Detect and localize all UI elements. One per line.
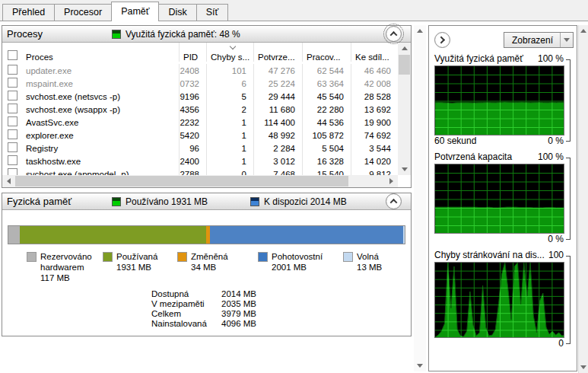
- process-faults: 5: [206, 90, 253, 103]
- processes-collapse-button[interactable]: [386, 26, 402, 42]
- process-checkbox[interactable]: [8, 168, 17, 175]
- memory-composition-bar: [8, 225, 405, 244]
- scroll-up-button[interactable]: [579, 25, 588, 37]
- select-all-checkbox[interactable]: [8, 50, 17, 60]
- process-checkbox[interactable]: [8, 142, 17, 152]
- charts-toolbar: Zobrazení: [434, 30, 574, 49]
- process-name: mspaint.exe: [22, 79, 179, 88]
- vertical-scroll-thumb[interactable]: [399, 55, 410, 75]
- process-pid: 96: [179, 142, 206, 155]
- views-button-label: Zobrazení: [504, 33, 560, 47]
- process-row[interactable]: updater.exe 12408 101 47 276 62 544 46 4…: [2, 64, 411, 77]
- process-faults: 0: [206, 167, 253, 175]
- process-commit: 3 012: [253, 155, 302, 167]
- process-row[interactable]: svchost.exe (wsappx -p) 4356 2 11 680 22…: [2, 103, 411, 116]
- process-shareable: 9 812: [351, 167, 398, 175]
- process-name: updater.exe: [22, 66, 179, 75]
- process-pid: 12400: [179, 155, 206, 167]
- column-header-shareable[interactable]: Ke sdíl...: [351, 43, 398, 62]
- tab-procesor[interactable]: Procesor: [54, 4, 112, 21]
- process-name: explorer.exe: [22, 131, 179, 140]
- process-shareable: 13 692: [351, 103, 398, 116]
- process-commit: 29 444: [253, 90, 302, 103]
- tab-pamet[interactable]: Paměť: [111, 2, 159, 21]
- process-row[interactable]: AvastSvc.exe 2232 1 114 400 44 536 19 90…: [2, 116, 411, 129]
- stat-value: 2035 MB: [221, 299, 256, 309]
- legend-item-in-use: Používaná 1931 MB: [103, 251, 171, 283]
- processes-panel-header: Procesy Využitá fyzická paměť: 48 %: [2, 26, 411, 43]
- tab-disk[interactable]: Disk: [158, 4, 196, 21]
- legend-label: Rezervováno hardwarem: [40, 252, 92, 272]
- legend-item-reserved: Rezervováno hardwarem 117 MB: [27, 251, 97, 283]
- process-faults: 1: [206, 142, 253, 155]
- bar-segment-standby: [210, 226, 403, 244]
- process-row[interactable]: explorer.exe 5420 1 48 992 105 872 74 69…: [2, 129, 411, 142]
- scale-bracket: [566, 158, 571, 240]
- views-dropdown-arrow[interactable]: [560, 33, 573, 47]
- memory-collapse-button[interactable]: [386, 193, 402, 209]
- process-checkbox[interactable]: [8, 65, 17, 75]
- memory-available-text: K dispozici 2014 MB: [264, 196, 347, 207]
- process-name: svchost.exe (wsappx -p): [22, 105, 179, 114]
- process-checkbox[interactable]: [8, 155, 17, 165]
- process-commit: 11 680: [253, 103, 302, 116]
- chart-min-label: 0: [558, 338, 564, 350]
- process-checkbox[interactable]: [8, 91, 17, 100]
- scale-bracket: [566, 256, 571, 344]
- tab-sit[interactable]: Síť: [196, 4, 229, 21]
- column-header-pid[interactable]: PID: [179, 43, 206, 62]
- scroll-down-button[interactable]: [398, 164, 411, 175]
- scroll-up-button[interactable]: [398, 43, 411, 54]
- process-table-horizontal-scrollbar[interactable]: [2, 175, 398, 187]
- process-row[interactable]: mspaint.exe 10732 6 25 224 63 364 42 008: [2, 77, 411, 90]
- views-button[interactable]: Zobrazení: [504, 32, 574, 48]
- horizontal-scroll-thumb[interactable]: [15, 176, 348, 186]
- process-checkbox[interactable]: [8, 116, 17, 126]
- memory-usage-status: Využitá fyzická paměť: 48 %: [112, 29, 240, 40]
- process-checkbox[interactable]: [8, 129, 17, 139]
- legend-item-standby: Pohotovostní 2001 MB: [258, 251, 337, 283]
- left-pane-scrollbar[interactable]: [414, 25, 426, 371]
- process-checkbox[interactable]: [8, 78, 17, 88]
- scroll-up-button[interactable]: [414, 25, 426, 37]
- process-working: 62 544: [302, 64, 351, 77]
- process-row[interactable]: taskhostw.exe 12400 1 3 012 16 328 14 02…: [2, 155, 411, 167]
- process-row[interactable]: svchost.exe (netsvcs -p) 9196 5 29 444 4…: [2, 90, 411, 103]
- process-row-clipped[interactable]: svchost.exe (appmodel -p) 2788 0 7 468 1…: [2, 167, 411, 175]
- process-shareable: 46 460: [351, 64, 398, 77]
- legend-value: 117 MB: [40, 273, 70, 282]
- process-pid: 4356: [179, 103, 206, 116]
- column-header-working[interactable]: Pracov...: [302, 43, 351, 62]
- scroll-down-button[interactable]: [414, 360, 426, 371]
- process-shareable: 42 008: [351, 77, 398, 90]
- scroll-down-button[interactable]: [579, 362, 588, 373]
- arrow-left-icon: [7, 178, 11, 184]
- process-checkbox[interactable]: [8, 104, 17, 113]
- resource-monitor-window: Přehled Procesor Paměť Disk Síť Procesy …: [0, 0, 588, 373]
- window-scrollbar[interactable]: [578, 25, 588, 373]
- legend-item-free: Volná 13 MB: [343, 251, 402, 283]
- process-pid: 2788: [179, 167, 206, 175]
- collapse-charts-button[interactable]: [434, 32, 450, 48]
- legend-label: Používaná: [116, 252, 157, 261]
- scroll-right-button[interactable]: [385, 176, 398, 187]
- chart-memory-usage: Využitá fyzická paměť 100 % 60 sekund 0 …: [434, 53, 574, 148]
- stat-value: 4096 MB: [221, 319, 256, 329]
- legend-swatch-icon: [258, 252, 268, 262]
- process-pid: 12408: [179, 64, 206, 77]
- chart-title: Potvrzená kapacita: [434, 151, 512, 164]
- process-pid: 2232: [179, 116, 206, 129]
- legend-value: 34 MB: [191, 263, 216, 272]
- scroll-left-button[interactable]: [2, 176, 15, 187]
- process-table-vertical-scrollbar[interactable]: [398, 43, 411, 175]
- process-working: 22 280: [302, 103, 351, 116]
- process-row[interactable]: Registry 96 1 2 284 5 504 3 544: [2, 142, 411, 155]
- bar-segment-free: [403, 226, 405, 244]
- tab-prehled[interactable]: Přehled: [2, 4, 55, 21]
- column-header-commit[interactable]: Potvrze...: [253, 43, 302, 62]
- legend-label: Pohotovostní: [272, 252, 323, 261]
- process-commit: 47 276: [253, 64, 302, 77]
- column-header-proces[interactable]: Proces: [22, 53, 179, 62]
- stat-label: V mezipaměti: [151, 299, 221, 309]
- chart-hard-faults: Chyby stránkování na dis... 100 0: [434, 250, 574, 350]
